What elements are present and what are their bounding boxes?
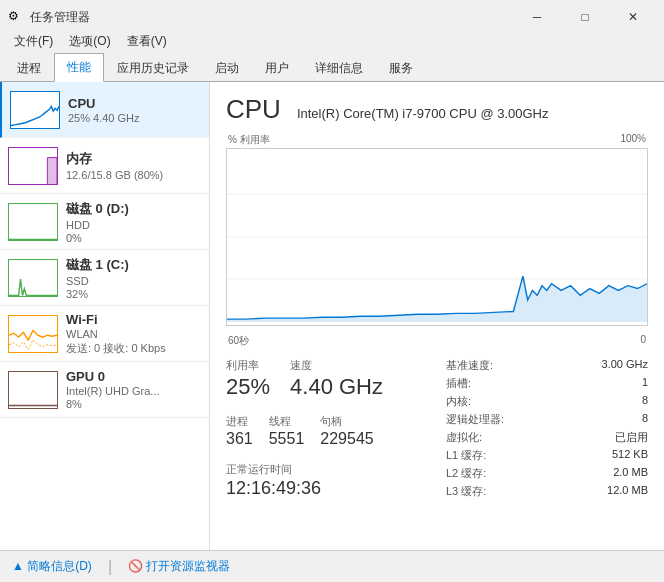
title-text: 任务管理器 xyxy=(30,9,90,26)
utilization-block: 利用率 25% xyxy=(226,358,270,400)
tab-startup[interactable]: 启动 xyxy=(202,54,252,82)
cpu-header: CPU Intel(R) Core(TM) i7-9700 CPU @ 3.00… xyxy=(226,94,648,125)
processes-block: 进程 361 xyxy=(226,414,253,448)
cores-label: 内核: xyxy=(446,394,471,409)
gpu0-name: GPU 0 xyxy=(66,369,201,384)
summary-link[interactable]: ▲ 简略信息(D) xyxy=(12,558,92,575)
wifi-sub2: 发送: 0 接收: 0 Kbps xyxy=(66,341,201,356)
cpu-chart xyxy=(226,148,648,326)
proc-thread-handle-row: 进程 361 线程 5551 句柄 229545 xyxy=(226,414,426,454)
tab-bar: 进程 性能 应用历史记录 启动 用户 详细信息 服务 xyxy=(0,52,664,82)
handles-label: 句柄 xyxy=(320,414,373,429)
bottom-bar: ▲ 简略信息(D) | 🚫 打开资源监视器 xyxy=(0,550,664,582)
disk0-info: 磁盘 0 (D:) HDD 0% xyxy=(66,200,201,244)
menu-bar: 文件(F) 选项(O) 查看(V) xyxy=(0,30,664,52)
maximize-button[interactable]: □ xyxy=(562,7,608,27)
l3-row: L3 缓存: 12.0 MB xyxy=(446,484,648,499)
monitor-link[interactable]: 🚫 打开资源监视器 xyxy=(128,558,230,575)
l3-label: L3 缓存: xyxy=(446,484,486,499)
util-value: 25% xyxy=(226,374,270,400)
menu-view[interactable]: 查看(V) xyxy=(121,31,173,52)
util-label: 利用率 xyxy=(226,358,270,373)
resource-item-cpu[interactable]: CPU 25% 4.40 GHz xyxy=(0,82,209,138)
wifi-mini-graph xyxy=(8,315,58,353)
tab-users[interactable]: 用户 xyxy=(252,54,302,82)
disk1-name: 磁盘 1 (C:) xyxy=(66,256,201,274)
l1-row: L1 缓存: 512 KB xyxy=(446,448,648,463)
right-panel: CPU Intel(R) Core(TM) i7-9700 CPU @ 3.00… xyxy=(210,82,664,550)
title-controls: ─ □ ✕ xyxy=(514,7,656,27)
tab-performance[interactable]: 性能 xyxy=(54,53,104,82)
mem-name: 内存 xyxy=(66,150,201,168)
uptime-value: 12:16:49:36 xyxy=(226,478,426,499)
stats-left: 利用率 25% 速度 4.40 GHz 进程 361 线程 5 xyxy=(226,358,426,505)
chart-bottom-labels: 60秒 0 xyxy=(226,334,648,348)
base-speed-row: 基准速度: 3.00 GHz xyxy=(446,358,648,373)
cores-value: 8 xyxy=(642,394,648,409)
resource-item-gpu0[interactable]: GPU 0 Intel(R) UHD Gra... 8% xyxy=(0,362,209,418)
chart-label-100: 100% xyxy=(620,133,646,147)
gpu0-sub2: 8% xyxy=(66,398,201,410)
main-content: CPU 25% 4.40 GHz 内存 12.6/15.8 GB (80%) xyxy=(0,82,664,550)
left-panel: CPU 25% 4.40 GHz 内存 12.6/15.8 GB (80%) xyxy=(0,82,210,550)
menu-file[interactable]: 文件(F) xyxy=(8,31,59,52)
mem-sub1: 12.6/15.8 GB (80%) xyxy=(66,169,201,181)
tab-app-history[interactable]: 应用历史记录 xyxy=(104,54,202,82)
mem-mini-graph xyxy=(8,147,58,185)
cpu-info: CPU 25% 4.40 GHz xyxy=(68,96,201,124)
virt-value: 已启用 xyxy=(615,430,648,445)
base-speed-value: 3.00 GHz xyxy=(602,358,648,373)
minimize-button[interactable]: ─ xyxy=(514,7,560,27)
proc-label: 进程 xyxy=(226,414,253,429)
speed-block: 速度 4.40 GHz xyxy=(290,358,383,400)
l1-value: 512 KB xyxy=(612,448,648,463)
close-button[interactable]: ✕ xyxy=(610,7,656,27)
mem-info: 内存 12.6/15.8 GB (80%) xyxy=(66,150,201,181)
sockets-value: 1 xyxy=(642,376,648,391)
disk0-mini-graph xyxy=(8,203,58,241)
threads-value: 5551 xyxy=(269,430,305,448)
chart-label-0: 0 xyxy=(640,334,646,348)
sockets-label: 插槽: xyxy=(446,376,471,391)
gpu-mini-graph xyxy=(8,371,58,409)
menu-options[interactable]: 选项(O) xyxy=(63,31,116,52)
resource-item-wifi[interactable]: Wi-Fi WLAN 发送: 0 接收: 0 Kbps xyxy=(0,306,209,362)
tab-details[interactable]: 详细信息 xyxy=(302,54,376,82)
title-bar: ⚙ 任务管理器 ─ □ ✕ xyxy=(0,0,664,30)
uptime-block: 正常运行时间 12:16:49:36 xyxy=(226,462,426,499)
cores-row: 内核: 8 xyxy=(446,394,648,409)
threads-label: 线程 xyxy=(269,414,305,429)
disk0-sub2: 0% xyxy=(66,232,201,244)
l2-label: L2 缓存: xyxy=(446,466,486,481)
cpu-title: CPU xyxy=(226,94,281,125)
chart-label-60s: 60秒 xyxy=(228,334,249,348)
tab-services[interactable]: 服务 xyxy=(376,54,426,82)
gpu0-info: GPU 0 Intel(R) UHD Gra... 8% xyxy=(66,369,201,410)
wifi-sub1: WLAN xyxy=(66,328,201,340)
resource-item-disk1[interactable]: 磁盘 1 (C:) SSD 32% xyxy=(0,250,209,306)
disk0-sub1: HDD xyxy=(66,219,201,231)
gpu0-sub1: Intel(R) UHD Gra... xyxy=(66,385,201,397)
resource-item-memory[interactable]: 内存 12.6/15.8 GB (80%) xyxy=(0,138,209,194)
virt-row: 虚拟化: 已启用 xyxy=(446,430,648,445)
separator: | xyxy=(108,558,112,576)
cpu-model: Intel(R) Core(TM) i7-9700 CPU @ 3.00GHz xyxy=(297,106,549,121)
app-icon: ⚙ xyxy=(8,9,24,25)
disk1-info: 磁盘 1 (C:) SSD 32% xyxy=(66,256,201,300)
cpu-name: CPU xyxy=(68,96,201,111)
util-speed-row: 利用率 25% 速度 4.40 GHz xyxy=(226,358,426,406)
logical-row: 逻辑处理器: 8 xyxy=(446,412,648,427)
l2-value: 2.0 MB xyxy=(613,466,648,481)
disk0-name: 磁盘 0 (D:) xyxy=(66,200,201,218)
resource-item-disk0[interactable]: 磁盘 0 (D:) HDD 0% xyxy=(0,194,209,250)
tab-processes[interactable]: 进程 xyxy=(4,54,54,82)
virt-label: 虚拟化: xyxy=(446,430,482,445)
title-bar-left: ⚙ 任务管理器 xyxy=(8,9,90,26)
logical-label: 逻辑处理器: xyxy=(446,412,504,427)
details-right: 基准速度: 3.00 GHz 插槽: 1 内核: 8 逻辑处理器: 8 虚拟化: xyxy=(446,358,648,505)
disk1-sub2: 32% xyxy=(66,288,201,300)
disk1-mini-graph xyxy=(8,259,58,297)
uptime-label: 正常运行时间 xyxy=(226,462,426,477)
wifi-name: Wi-Fi xyxy=(66,312,201,327)
l1-label: L1 缓存: xyxy=(446,448,486,463)
